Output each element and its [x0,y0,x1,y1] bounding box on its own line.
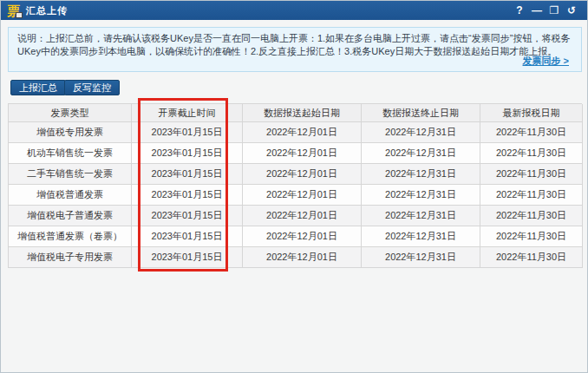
table-cell: 2023年01月15日 [132,247,243,268]
minimize-icon[interactable]: — [528,1,546,20]
table-header-cell: 数据报送终止日期 [362,104,480,122]
instruction-text: 说明：上报汇总前，请先确认该税务UKey是否一直在同一电脑上开票：1.如果在多台… [17,33,570,56]
table-cell: 2022年12月31日 [362,185,480,206]
summary-upload-window: 票 汇总上传 ? — ❐ ↺ 说明：上报汇总前，请先确认该税务UKey是否一直在… [0,0,588,373]
window-title: 汇总上传 [26,4,68,17]
table-cell: 2023年01月15日 [132,122,243,143]
table-cell: 增值税专用发票 [9,122,132,143]
table-cell: 2023年01月15日 [132,226,243,247]
table-cell: 2022年12月31日 [362,247,480,268]
table-cell: 2022年12月31日 [362,143,480,164]
table-row[interactable]: 增值税电子专用发票2023年01月15日2022年12月01日2022年12月3… [9,247,582,268]
table-cell: 二手车销售统一发票 [9,164,132,185]
table-cell: 2022年11月30日 [480,206,583,226]
table-cell: 2022年12月31日 [362,122,480,143]
table-cell: 2022年11月30日 [480,185,583,206]
table-cell: 2022年11月30日 [480,143,583,164]
instruction-notice: 说明：上报汇总前，请先确认该税务UKey是否一直在同一电脑上开票：1.如果在多台… [8,27,582,72]
table-header-cell: 开票截止时间 [132,104,243,122]
table-row[interactable]: 增值税普通发票2023年01月15日2022年12月01日2022年12月31日… [9,185,582,206]
table-cell: 2022年11月30日 [480,226,583,247]
table-cell: 2022年12月31日 [362,206,480,226]
writeback-monitor-button[interactable]: 反写监控 [64,80,120,95]
maximize-icon[interactable]: ❐ [546,1,563,20]
table-row[interactable]: 二手车销售统一发票2023年01月15日2022年12月01日2022年12月3… [9,164,582,185]
table-cell: 增值税普通发票 [9,185,132,206]
table-cell: 增值税电子专用发票 [9,247,132,268]
table-cell: 2022年12月01日 [243,185,362,206]
table-cell: 2022年12月31日 [362,226,480,247]
table-cell: 2023年01月15日 [132,164,243,185]
invoice-table: 发票类型开票截止时间数据报送起始日期数据报送终止日期最新报税日期 增值税专用发票… [8,103,582,268]
table-cell: 2022年12月01日 [243,164,362,185]
back-icon[interactable]: ↺ [563,1,580,20]
table-cell: 2022年12月01日 [243,247,362,268]
help-icon[interactable]: ? [511,1,528,20]
table-cell: 2023年01月15日 [132,143,243,164]
table-row[interactable]: 增值税普通发票（卷票）2023年01月15日2022年12月01日2022年12… [9,226,582,247]
table-cell: 2022年11月30日 [480,247,583,268]
table-cell: 2022年11月30日 [480,164,583,185]
table-cell: 机动车销售统一发票 [9,143,132,164]
table-header-row: 发票类型开票截止时间数据报送起始日期数据报送终止日期最新报税日期 [9,104,582,122]
table-header-cell: 数据报送起始日期 [243,104,362,122]
invoice-app-icon: 票 [6,3,21,18]
table-cell: 增值税普通发票（卷票） [9,226,132,247]
invoice-sync-link[interactable]: 发票同步 > [523,55,569,68]
table-cell: 2022年12月01日 [243,226,362,247]
table-cell: 2023年01月15日 [132,185,243,206]
table-row[interactable]: 机动车销售统一发票2023年01月15日2022年12月01日2022年12月3… [9,143,582,164]
table-cell: 增值税电子普通发票 [9,206,132,226]
table-cell: 2022年11月30日 [480,122,583,143]
table-cell: 2022年12月01日 [243,122,362,143]
table-header-cell: 发票类型 [9,104,132,122]
table-row[interactable]: 增值税电子普通发票2023年01月15日2022年12月01日2022年12月3… [9,206,582,226]
report-summary-button[interactable]: 上报汇总 [10,80,66,95]
table-cell: 2022年12月01日 [243,143,362,164]
title-bar: 票 汇总上传 ? — ❐ ↺ [1,1,587,20]
table-cell: 2023年01月15日 [132,206,243,226]
table-row[interactable]: 增值税专用发票2023年01月15日2022年12月01日2022年12月31日… [9,122,582,143]
table-cell: 2022年12月01日 [243,206,362,226]
table-body: 增值税专用发票2023年01月15日2022年12月01日2022年12月31日… [9,122,582,268]
table-cell: 2022年12月31日 [362,164,480,185]
table-header-cell: 最新报税日期 [480,104,583,122]
